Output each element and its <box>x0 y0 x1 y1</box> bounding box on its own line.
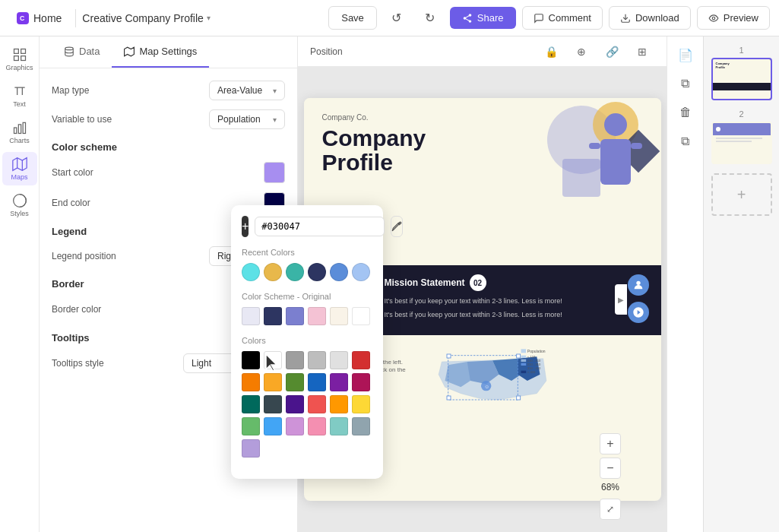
collapse-panel-button[interactable]: ▶ <box>615 284 627 315</box>
delete-button[interactable]: 🗑 <box>673 100 698 125</box>
scheme-color-4[interactable] <box>308 307 326 325</box>
start-color-swatch[interactable] <box>264 162 285 183</box>
thumbnail-2[interactable]: 2 <box>711 109 772 164</box>
color-scheme-title: Color scheme <box>52 141 285 153</box>
sidebar-item-maps[interactable]: Maps <box>2 152 37 185</box>
border-color-label: Border color <box>52 304 101 315</box>
color-red[interactable] <box>352 351 370 369</box>
color-white[interactable] <box>264 351 282 369</box>
svg-point-17 <box>400 222 401 223</box>
preview-icon <box>708 13 719 24</box>
scheme-colors-title: Color Scheme - Original <box>242 292 372 301</box>
svg-rect-22 <box>521 356 526 358</box>
color-light-pink[interactable] <box>308 417 326 435</box>
color-green[interactable] <box>286 373 304 391</box>
lock-icon[interactable]: 🔒 <box>539 40 563 64</box>
svg-rect-8 <box>14 128 16 134</box>
color-lighter-gray[interactable] <box>330 351 348 369</box>
comment-button[interactable]: Comment <box>522 6 603 30</box>
download-icon <box>620 13 631 24</box>
tab-data[interactable]: Data <box>52 36 112 68</box>
start-color-row: Start color <box>52 162 285 183</box>
color-light-orange[interactable] <box>330 395 348 413</box>
tab-map-settings[interactable]: Map Settings <box>112 36 209 68</box>
color-teal[interactable] <box>242 395 260 413</box>
download-button[interactable]: Download <box>609 6 691 30</box>
sidebar-item-graphics[interactable]: Graphics <box>2 43 37 76</box>
eyedropper-icon <box>391 221 402 232</box>
map-type-select[interactable]: Area-Value ▾ <box>209 81 285 100</box>
copy-button[interactable]: ⧉ <box>673 71 698 96</box>
recent-color-3[interactable] <box>286 263 304 281</box>
sidebar-item-charts[interactable]: Charts <box>2 116 37 149</box>
color-blue[interactable] <box>308 373 326 391</box>
recent-color-2[interactable] <box>264 263 282 281</box>
position-bar: Position 🔒 ⊕ 🔗 ⊞ <box>298 36 667 67</box>
thumbnail-1[interactable]: 1 Company Profile <box>711 46 772 100</box>
color-black[interactable] <box>242 351 260 369</box>
color-light-blue[interactable] <box>264 417 282 435</box>
comment-icon <box>534 13 544 24</box>
color-add-button[interactable]: + <box>242 216 249 237</box>
grid-icon[interactable]: ⊞ <box>630 40 654 64</box>
color-yellow[interactable] <box>352 395 370 413</box>
color-pink[interactable] <box>352 373 370 391</box>
color-light-green[interactable] <box>242 417 260 435</box>
color-light-deep-purple[interactable] <box>242 439 260 458</box>
color-amber[interactable] <box>264 373 282 391</box>
styles-icon <box>12 193 27 208</box>
color-purple[interactable] <box>330 373 348 391</box>
sidebar-item-styles[interactable]: Styles <box>2 188 37 222</box>
undo-button[interactable]: ↺ <box>383 5 410 32</box>
share-icon <box>462 13 473 24</box>
color-blue-gray[interactable] <box>264 395 282 413</box>
duplicate-button[interactable]: ⧉ <box>673 129 698 154</box>
illustration-figure <box>585 113 646 220</box>
color-light-gray[interactable] <box>308 351 326 369</box>
home-button[interactable]: C Home <box>9 8 69 29</box>
document-title[interactable]: Creative Company Profile ▾ <box>82 12 211 24</box>
svg-point-15 <box>65 47 74 49</box>
eyedropper-button[interactable] <box>391 216 403 237</box>
color-light-blue-gray[interactable] <box>352 417 370 435</box>
zoom-out-button[interactable]: − <box>600 458 621 479</box>
add-page-button[interactable]: 📄 <box>673 43 698 67</box>
color-light-teal[interactable] <box>330 417 348 435</box>
scheme-color-5[interactable] <box>330 307 348 325</box>
link-icon[interactable]: 🔗 <box>600 40 624 64</box>
color-light-red[interactable] <box>308 395 326 413</box>
add-slide-button[interactable]: + <box>711 173 772 216</box>
recent-color-4[interactable] <box>308 263 326 281</box>
recent-color-6[interactable] <box>352 263 370 281</box>
scheme-color-1[interactable] <box>242 307 260 325</box>
svg-text:Population: Population <box>527 349 545 353</box>
charts-icon <box>12 120 27 135</box>
zoom-in-button[interactable]: + <box>600 433 621 454</box>
preview-button[interactable]: Preview <box>697 6 770 30</box>
svg-text:☺: ☺ <box>484 384 489 389</box>
recent-color-5[interactable] <box>330 263 348 281</box>
share-button[interactable]: Share <box>450 7 516 29</box>
map-type-chevron-icon: ▾ <box>273 87 277 95</box>
color-deep-purple[interactable] <box>286 395 304 413</box>
variable-select[interactable]: Population ▾ <box>209 109 285 129</box>
color-hex-input[interactable] <box>255 217 385 236</box>
color-orange[interactable] <box>242 373 260 391</box>
title-chevron-icon: ▾ <box>207 14 211 22</box>
scheme-color-3[interactable] <box>286 307 304 325</box>
mission-text-2: It's best if you keep your text within 2… <box>385 311 620 318</box>
mission-box: Mission Statement 02 It's best if you ke… <box>385 274 620 318</box>
color-light-purple[interactable] <box>286 417 304 435</box>
recent-color-1[interactable] <box>242 263 260 281</box>
scheme-color-2[interactable] <box>264 307 282 325</box>
align-icon[interactable]: ⊕ <box>569 40 594 64</box>
save-button[interactable]: Save <box>328 6 377 30</box>
color-gray[interactable] <box>286 351 304 369</box>
redo-button[interactable]: ↻ <box>416 5 444 32</box>
sidebar-item-text[interactable]: Text <box>2 79 37 112</box>
slide-title-line2: Profile <box>322 150 393 175</box>
scheme-color-6[interactable] <box>352 307 370 325</box>
fullscreen-button[interactable]: ⤢ <box>600 499 621 520</box>
usa-map-container: Population < 110 110 - 210 210 - 310 310… <box>416 343 649 422</box>
scheme-colors-grid <box>242 307 372 325</box>
